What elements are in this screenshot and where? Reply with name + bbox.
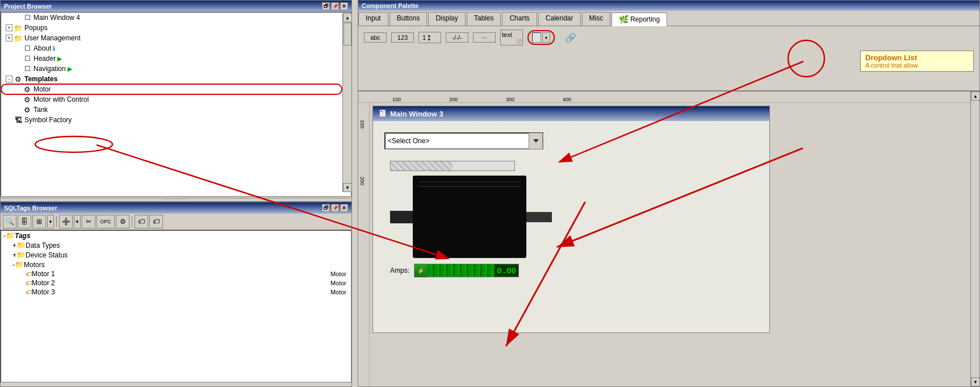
scroll-thumb[interactable] xyxy=(344,23,351,45)
sqltags-close-btn[interactable]: ✕ xyxy=(340,204,348,212)
tree-item-about[interactable]: + ☐ About ℹ xyxy=(1,43,342,53)
motor-status-bar-fill xyxy=(391,161,453,170)
grid-dropdown-btn[interactable]: ▼ xyxy=(47,215,54,228)
label-motor-control: Motor with Control xyxy=(33,95,89,103)
tree-item-templates[interactable]: - ⚙ Templates xyxy=(1,74,342,84)
tree-item-popups[interactable]: + 📁 Popups xyxy=(1,23,342,33)
select-one-dropdown[interactable]: <Select One> xyxy=(384,132,543,149)
comp-text-area-label: text xyxy=(502,31,512,38)
scroll-up-btn[interactable]: ▲ xyxy=(343,13,352,22)
tag-item-device-status[interactable]: + 📁 Device Status xyxy=(1,250,351,260)
expander-device-status[interactable]: + xyxy=(12,251,16,259)
dropdown-preview-arrow: ▼ xyxy=(542,32,550,43)
ruler-mark-v-200: 200 xyxy=(359,177,365,185)
item1-btn[interactable]: ⚙ xyxy=(116,215,129,228)
dropdown-arrow-icon: ▼ xyxy=(545,36,548,40)
expander-popups[interactable]: + xyxy=(6,24,12,31)
tree-item-navigation[interactable]: + ☐ Navigation ▶ xyxy=(1,64,342,74)
comp-dropdown-btn[interactable]: ▼ xyxy=(527,30,555,45)
tree-item-header[interactable]: + ☐ Header ▶ xyxy=(1,53,342,64)
folder-icon-popups: 📁 xyxy=(14,23,23,32)
tree-item-user-management[interactable]: + 📁 User Management xyxy=(1,33,342,43)
amps-icon-area: ⚡ xyxy=(414,264,427,277)
comp-text-area-btn[interactable]: text xyxy=(500,30,523,45)
motor-status-bar xyxy=(390,161,515,171)
comp-numeric-label: 123 xyxy=(397,34,408,41)
gear-icon-motor: ⚙ xyxy=(23,85,32,94)
label-symbol-factory: Symbol Factory xyxy=(24,116,72,124)
sqltags-restore-btn[interactable]: 🗗 xyxy=(322,204,330,212)
dropdown-trigger-btn[interactable] xyxy=(529,133,542,149)
expander-templates[interactable]: - xyxy=(6,76,12,82)
tag-item2-btn[interactable]: 🏷 xyxy=(149,215,163,228)
comp-numeric-field-btn[interactable]: 123 xyxy=(391,32,414,43)
dropdown-tooltip: Dropdown List A control that allow xyxy=(860,51,974,72)
comp-misc-btn[interactable]: 🔗 xyxy=(559,31,582,44)
delete-btn[interactable]: ✂ xyxy=(82,215,95,228)
tree-item-tank[interactable]: + ⚙ Tank xyxy=(1,105,342,115)
add-dropdown-btn[interactable]: ▼ xyxy=(74,215,81,228)
project-browser-close-btn[interactable]: ✕ xyxy=(340,2,348,10)
tab-display[interactable]: Display xyxy=(428,12,465,26)
tab-input[interactable]: Input xyxy=(358,12,388,26)
tag-item-tags[interactable]: - 📁 Tags xyxy=(1,231,351,240)
motor-main-body xyxy=(413,176,526,258)
opc-btn[interactable]: OPC xyxy=(97,215,115,228)
expander-user-management[interactable]: + xyxy=(6,35,12,41)
tab-charts[interactable]: Charts xyxy=(502,12,537,26)
tab-buttons[interactable]: Buttons xyxy=(390,12,428,26)
comp-text-field-btn[interactable]: abc xyxy=(364,32,387,43)
sqltags-pin-btn[interactable]: 📌 xyxy=(331,204,339,212)
add-btn[interactable]: ➕ xyxy=(59,215,73,228)
spinner-up: ▲ xyxy=(427,34,431,38)
inner-window-body: <Select One> xyxy=(373,121,769,289)
sep1 xyxy=(56,216,57,227)
comp-date-btn[interactable]: -/-/- xyxy=(446,32,468,43)
main-canvas-scrollbar[interactable]: ▲ ▼ xyxy=(970,91,979,386)
comp-password-btn[interactable]: ··· xyxy=(473,32,496,43)
project-browser-title: Project Browser xyxy=(4,3,52,10)
tab-misc[interactable]: Misc xyxy=(582,12,611,26)
main-canvas-panel: 100 200 300 400 100 200 🖥 Main Window 3 … xyxy=(358,91,980,387)
label-motor: Motor xyxy=(33,85,51,93)
project-browser-resize-bar[interactable]: ·········· xyxy=(1,198,351,201)
tree-item-symbol-factory[interactable]: + 🏗 Symbol Factory xyxy=(1,115,342,125)
project-browser-pin-btn[interactable]: 📌 xyxy=(331,2,339,10)
canvas-scroll-up[interactable]: ▲ xyxy=(971,91,980,101)
tab-tables[interactable]: Tables xyxy=(467,12,501,26)
search-btn[interactable]: 🔍 xyxy=(3,215,16,228)
tag-item-motor-1[interactable]: + 🏷 Motor 1 Motor xyxy=(1,269,351,278)
dropdown-value: <Select One> xyxy=(386,136,529,146)
project-browser-scrollbar[interactable]: ▲ ▼ xyxy=(342,13,351,192)
project-browser-restore-btn[interactable]: 🗗 xyxy=(322,2,330,10)
tab-input-label: Input xyxy=(366,14,381,22)
gear-icon-templates: ⚙ xyxy=(14,74,23,84)
vertical-ruler: 100 200 xyxy=(358,103,370,386)
tree-item-main-window-4[interactable]: + ☐ Main Window 4 xyxy=(1,13,342,23)
tag-item-motor-2[interactable]: + 🏷 Motor 2 Motor xyxy=(1,278,351,288)
tooltip-description: A control that allow xyxy=(865,62,969,69)
tab-reporting[interactable]: 🌿 Reporting xyxy=(612,13,667,26)
navigation-green-icon: ▶ xyxy=(68,65,72,73)
tree-item-motor[interactable]: + ⚙ Motor xyxy=(1,84,342,94)
tab-calendar[interactable]: Calendar xyxy=(538,12,581,26)
label-header: Header xyxy=(33,55,56,63)
tag-item-motors[interactable]: - 📁 Motors xyxy=(1,260,351,269)
tag-item-data-types[interactable]: + 📁 Data Types xyxy=(1,240,351,250)
scroll-down-btn[interactable]: ▼ xyxy=(343,183,352,192)
value-motor-2: Motor xyxy=(330,280,351,286)
tag-item-motor-3[interactable]: + 🏷 Motor 3 Motor xyxy=(1,288,351,297)
canvas-scroll-down[interactable]: ▼ xyxy=(971,377,980,386)
tree-item-motor-control[interactable]: + ⚙ Motor with Control xyxy=(1,94,342,105)
database-btn[interactable]: 🗄 xyxy=(18,215,31,228)
comp-spinner-btn[interactable]: 1 ▲ ▼ xyxy=(418,32,441,43)
text-area-resize-handle xyxy=(517,39,521,44)
tag-item1-btn[interactable]: 🏷 xyxy=(135,215,148,228)
value-motor-1: Motor xyxy=(330,271,351,277)
folder-icon-user-management: 📁 xyxy=(14,34,23,43)
amps-display: ⚡ 0.00 xyxy=(414,264,519,277)
expander-data-types[interactable]: + xyxy=(12,242,16,249)
tag-icon-motor-2: 🏷 xyxy=(26,280,32,286)
inner-window-title: Main Window 3 xyxy=(390,110,443,118)
grid-btn[interactable]: ⊞ xyxy=(32,215,46,228)
